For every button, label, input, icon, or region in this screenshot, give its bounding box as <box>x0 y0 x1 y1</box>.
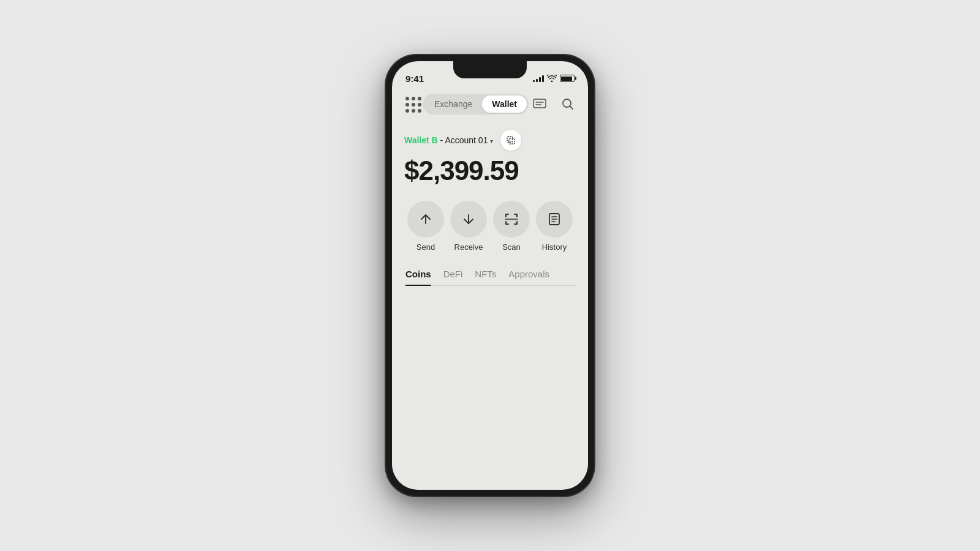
wallet-name: Wallet B <box>404 135 438 145</box>
svg-rect-0 <box>533 99 546 108</box>
bottom-fade <box>398 435 582 484</box>
search-button[interactable] <box>557 93 579 115</box>
tab-nfts[interactable]: NFTs <box>475 269 496 285</box>
scan-action[interactable]: Scan <box>493 201 530 252</box>
svg-rect-3 <box>507 137 513 142</box>
receive-circle <box>450 201 487 238</box>
receive-action[interactable]: Receive <box>450 201 487 252</box>
notch <box>453 61 527 78</box>
scan-label: Scan <box>502 242 521 252</box>
tab-approvals[interactable]: Approvals <box>508 269 549 285</box>
dropdown-arrow-icon: ▾ <box>490 138 493 144</box>
status-time: 9:41 <box>405 73 424 84</box>
tab-coins[interactable]: Coins <box>405 269 431 285</box>
account-label: Wallet B - Account 01 ▾ <box>404 135 493 145</box>
history-icon <box>548 212 561 226</box>
history-label: History <box>542 242 567 252</box>
receive-label: Receive <box>454 242 483 252</box>
send-label: Send <box>417 242 435 252</box>
message-icon <box>533 99 546 110</box>
send-circle <box>407 201 444 238</box>
balance-amount: $2,399.59 <box>404 156 576 186</box>
phone-mockup: 9:41 <box>386 55 594 496</box>
search-icon <box>562 98 574 110</box>
exchange-tab[interactable]: Exchange <box>424 96 482 113</box>
account-number: Account 01 <box>445 135 488 145</box>
grid-icon <box>403 94 423 114</box>
main-content: Wallet B - Account 01 ▾ $2,399.59 <box>392 122 588 286</box>
wifi-icon <box>547 75 557 82</box>
send-icon <box>419 212 432 226</box>
history-circle <box>536 201 573 238</box>
receive-icon <box>462 212 475 226</box>
history-action[interactable]: History <box>536 201 573 252</box>
send-action[interactable]: Send <box>407 201 444 252</box>
messages-button[interactable] <box>529 93 551 115</box>
signal-icon <box>533 75 544 82</box>
battery-icon <box>560 75 575 82</box>
phone-screen: 9:41 <box>392 61 588 490</box>
tab-defi[interactable]: DeFi <box>443 269 463 285</box>
scan-icon <box>504 212 519 226</box>
action-buttons: Send Receive <box>404 201 576 252</box>
content-tabs: Coins DeFi NFTs Approvals <box>404 269 576 286</box>
wallet-tab[interactable]: Wallet <box>482 96 527 113</box>
copy-icon <box>506 135 516 145</box>
status-icons <box>533 75 575 82</box>
grid-menu-button[interactable] <box>403 93 423 115</box>
header-icons <box>529 93 579 115</box>
svg-rect-2 <box>509 138 514 144</box>
account-row: Wallet B - Account 01 ▾ <box>404 130 576 151</box>
header: Exchange Wallet <box>392 88 588 122</box>
scan-circle <box>493 201 530 238</box>
copy-address-button[interactable] <box>500 130 521 151</box>
tab-switcher: Exchange Wallet <box>423 94 529 114</box>
